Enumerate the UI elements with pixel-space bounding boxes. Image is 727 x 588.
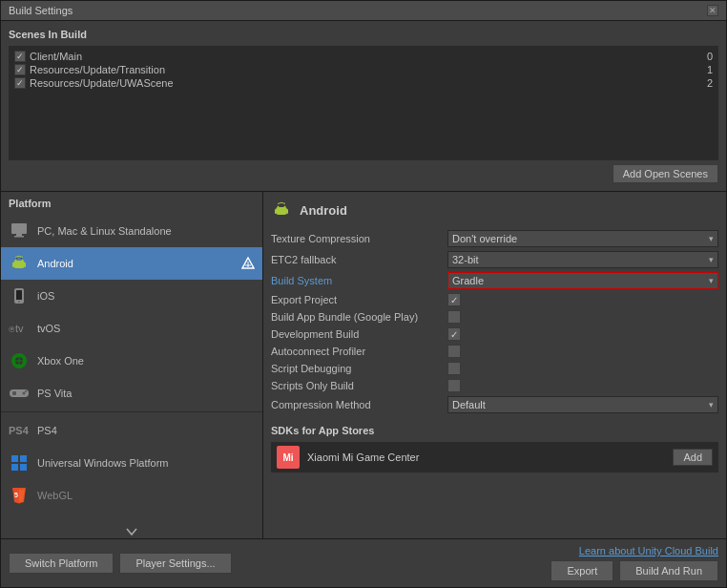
autoconnect-profiler-row: Autoconnect Profiler xyxy=(271,345,718,358)
platform-divider xyxy=(1,411,262,412)
cloud-build-link[interactable]: Learn about Unity Cloud Build xyxy=(579,545,718,556)
autoconnect-profiler-label: Autoconnect Profiler xyxy=(271,346,447,357)
texture-compression-select[interactable]: Don't override ▾ xyxy=(447,230,718,247)
build-title: Android xyxy=(271,200,718,220)
platform-item-ps4[interactable]: PS4 PS4 xyxy=(1,414,262,447)
svg-rect-5 xyxy=(13,261,25,268)
scene-item: ✓ Resources/Update/Transition 1 xyxy=(12,63,715,76)
unity-logo-icon xyxy=(241,257,255,270)
etc2-fallback-value: 32-bit xyxy=(452,254,479,265)
svg-point-23 xyxy=(23,392,26,395)
svg-rect-39 xyxy=(287,209,289,214)
etc2-fallback-label: ETC2 fallback xyxy=(271,254,447,265)
development-build-label: Development Build xyxy=(271,328,447,340)
switch-platform-button[interactable]: Switch Platform xyxy=(9,553,114,574)
svg-rect-22 xyxy=(12,391,16,395)
platform-label-xbox: Xbox One xyxy=(37,355,255,367)
scripts-only-build-checkbox[interactable] xyxy=(447,379,461,392)
platform-item-ios[interactable]: iOS xyxy=(1,280,262,312)
development-build-checkbox[interactable] xyxy=(447,327,461,341)
svg-rect-26 xyxy=(11,455,18,462)
svg-rect-28 xyxy=(11,464,18,471)
sdk-row-xiaomi: Mi Xiaomi Mi Game Center Add xyxy=(271,442,718,472)
svg-rect-27 xyxy=(20,455,27,462)
scene-name-2: Resources/Update/UWAScene xyxy=(30,77,174,89)
etc2-fallback-select[interactable]: 32-bit ▾ xyxy=(447,251,718,268)
scene-name-1: Resources/Update/Transition xyxy=(30,64,165,75)
platform-item-pc[interactable]: PC, Mac & Linux Standalone xyxy=(1,215,262,247)
svg-rect-9 xyxy=(25,262,27,267)
select-arrow-2: ▾ xyxy=(709,276,714,285)
export-project-label: Export Project xyxy=(271,294,447,305)
xbox-icon xyxy=(9,350,30,371)
sdks-header: SDKs for App Stores xyxy=(271,425,718,436)
platform-label-ios: iOS xyxy=(37,290,255,302)
platform-item-tvos[interactable]: ⍟tv tvOS xyxy=(1,312,262,345)
build-app-bundle-label: Build App Bundle (Google Play) xyxy=(271,311,447,323)
build-system-select[interactable]: Gradle ▾ xyxy=(447,272,718,289)
add-open-scenes-button[interactable]: Add Open Scenes xyxy=(613,164,718,183)
compression-method-label: Compression Method xyxy=(271,399,447,410)
build-panel: Android Texture Compression Don't overri… xyxy=(263,192,726,538)
platform-label-uwp: Universal Windows Platform xyxy=(37,457,255,469)
platform-list: PC, Mac & Linux Standalone xyxy=(1,215,262,525)
svg-rect-35 xyxy=(276,207,287,215)
svg-text:PS4: PS4 xyxy=(9,425,30,436)
psvita-icon xyxy=(9,383,30,404)
platform-label-android: Android xyxy=(37,258,234,269)
main-content: Platform PC, Mac & Linux Standalone xyxy=(1,192,726,538)
script-debugging-checkbox[interactable] xyxy=(447,362,461,375)
export-project-checkbox[interactable] xyxy=(447,293,461,306)
svg-point-24 xyxy=(25,390,27,392)
bottom-bar: Switch Platform Player Settings... Learn… xyxy=(1,538,726,587)
texture-compression-label: Texture Compression xyxy=(271,233,447,244)
scripts-only-build-label: Scripts Only Build xyxy=(271,380,447,391)
bottom-buttons: Export Build And Run xyxy=(550,560,718,581)
svg-point-7 xyxy=(21,258,23,260)
ps4-icon: PS4 xyxy=(9,420,30,441)
scenes-header: Scenes In Build xyxy=(9,29,718,40)
platform-item-psvita[interactable]: PS Vita xyxy=(1,377,262,410)
development-build-row: Development Build xyxy=(271,327,718,341)
close-button[interactable]: ✕ xyxy=(707,5,718,16)
build-app-bundle-checkbox[interactable] xyxy=(447,310,461,324)
compression-method-row: Compression Method Default ▾ xyxy=(271,396,718,413)
title-bar: Build Settings ✕ xyxy=(1,1,726,21)
svg-rect-1 xyxy=(16,234,22,236)
svg-rect-29 xyxy=(20,464,27,471)
player-settings-button[interactable]: Player Settings... xyxy=(119,553,231,574)
scene-item: ✓ Resources/Update/UWAScene 2 xyxy=(12,76,715,90)
texture-compression-value: Don't override xyxy=(452,233,517,244)
scroll-down-arrow[interactable] xyxy=(1,525,262,538)
platform-label-tvos: tvOS xyxy=(37,323,255,334)
scene-checkbox-2[interactable]: ✓ xyxy=(14,77,26,89)
platform-item-xbox[interactable]: Xbox One xyxy=(1,345,262,377)
svg-point-36 xyxy=(279,204,280,206)
platform-panel: Platform PC, Mac & Linux Standalone xyxy=(1,192,263,538)
pc-icon xyxy=(9,220,30,242)
platform-item-uwp[interactable]: Universal Windows Platform xyxy=(1,447,262,479)
webgl-icon: 5 xyxy=(9,485,30,506)
scene-name-0: Client/Main xyxy=(30,51,82,62)
build-app-bundle-row: Build App Bundle (Google Play) xyxy=(271,310,718,324)
scene-checkbox-0[interactable]: ✓ xyxy=(14,51,26,62)
sdk-add-button[interactable]: Add xyxy=(673,449,713,466)
svg-rect-2 xyxy=(14,236,24,238)
etc2-fallback-row: ETC2 fallback 32-bit ▾ xyxy=(271,251,718,268)
export-button[interactable]: Export xyxy=(550,560,613,581)
platform-item-android[interactable]: Android xyxy=(1,247,262,280)
bottom-left: Switch Platform Player Settings... xyxy=(9,553,232,574)
compression-method-select[interactable]: Default ▾ xyxy=(447,396,718,413)
autoconnect-profiler-checkbox[interactable] xyxy=(447,345,461,358)
android-icon xyxy=(9,253,30,274)
build-and-run-button[interactable]: Build And Run xyxy=(619,560,718,581)
scene-checkbox-1[interactable]: ✓ xyxy=(14,64,26,75)
platform-label-ps4: PS4 xyxy=(37,425,255,436)
platform-label-html5: WebGL xyxy=(37,490,255,501)
platform-item-html5[interactable]: 5 WebGL xyxy=(1,479,262,512)
svg-rect-14 xyxy=(16,290,22,300)
svg-point-37 xyxy=(283,204,285,206)
tvos-icon: ⍟tv xyxy=(9,318,30,339)
svg-text:5: 5 xyxy=(14,492,18,498)
script-debugging-label: Script Debugging xyxy=(271,363,447,374)
